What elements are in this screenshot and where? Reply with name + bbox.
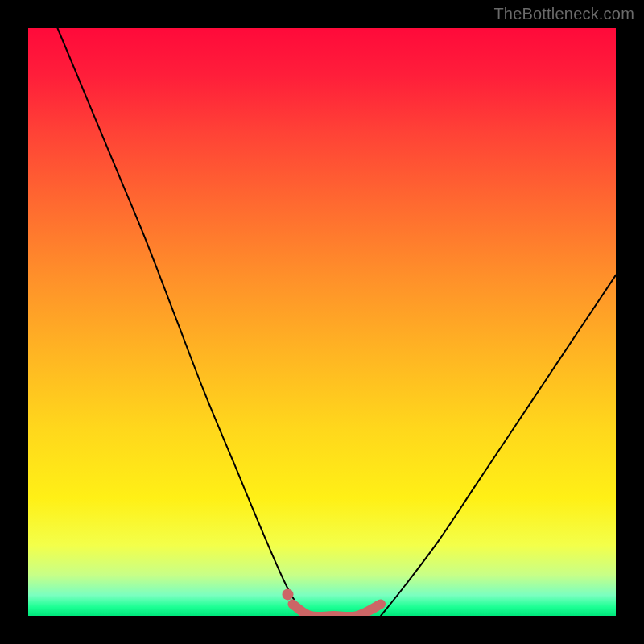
watermark-text: TheBottleneck.com bbox=[493, 5, 634, 23]
trough-start-dot bbox=[283, 588, 294, 600]
curve-layer bbox=[28, 28, 616, 616]
chart-frame: TheBottleneck.com bbox=[0, 0, 644, 644]
plot-area bbox=[28, 28, 616, 616]
trough-highlight bbox=[293, 604, 382, 616]
right-branch-curve bbox=[381, 275, 616, 616]
left-branch-curve bbox=[58, 28, 305, 616]
